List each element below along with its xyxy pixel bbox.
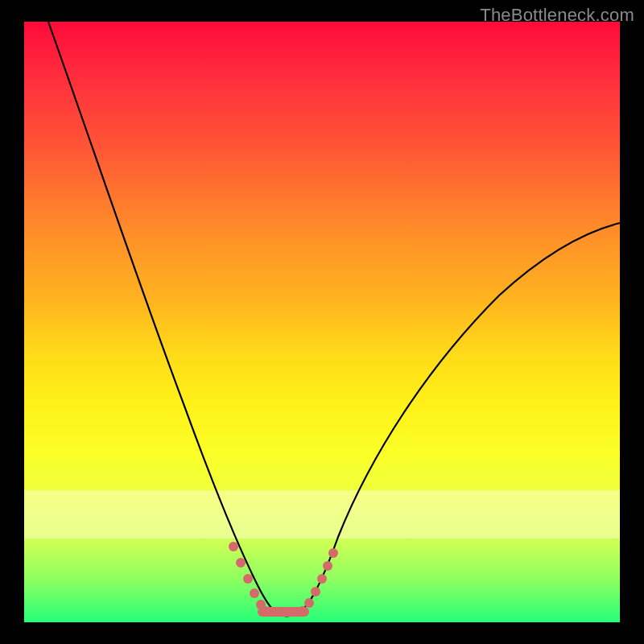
svg-point-10 (323, 561, 332, 571)
svg-point-6 (298, 606, 308, 616)
optimal-range-dots (229, 542, 338, 616)
svg-point-0 (229, 542, 238, 551)
svg-point-7 (304, 598, 314, 608)
svg-point-9 (317, 574, 327, 584)
svg-point-1 (236, 558, 246, 568)
svg-point-3 (250, 588, 259, 598)
curve-layer (24, 22, 620, 622)
chart-frame: TheBottleneck.com (0, 0, 644, 644)
svg-point-8 (311, 587, 320, 597)
watermark-text: TheBottleneck.com (480, 5, 634, 26)
svg-point-5 (261, 606, 270, 616)
bottleneck-curve (48, 22, 620, 616)
plot-area (24, 22, 620, 622)
svg-point-11 (328, 548, 338, 558)
svg-point-2 (243, 574, 253, 584)
